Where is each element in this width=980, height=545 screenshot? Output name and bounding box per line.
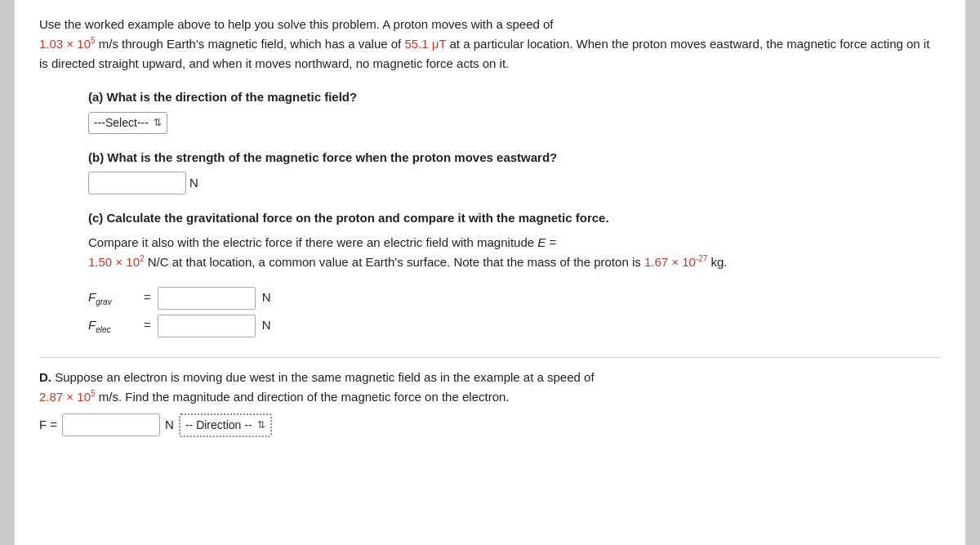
part-c-field-val: 1.50 × 102 (88, 255, 148, 269)
direction-select-d-arrows: ⇅ (257, 418, 265, 432)
section-d-unit: N (165, 416, 174, 435)
section-d: D. Suppose an electron is moving due wes… (39, 357, 941, 437)
field-value: 55.1 μT (404, 37, 446, 51)
section-d-f-label: F = (39, 416, 57, 435)
part-a: (a) What is the direction of the magneti… (88, 88, 941, 134)
select-a-arrows: ⇅ (154, 115, 162, 130)
felec-input[interactable] (158, 315, 256, 337)
select-a-text: ---Select--- (94, 114, 149, 132)
intro-paragraph: Use the worked example above to help you… (39, 15, 941, 74)
section-d-text: D. Suppose an electron is moving due wes… (39, 368, 941, 407)
part-c-label: (c) Calculate the gravitational force on… (88, 209, 941, 228)
part-b: (b) What is the strength of the magnetic… (88, 149, 941, 195)
part-c-mass-val: 1.67 × 10-27 (644, 255, 711, 269)
section-d-label: D. (39, 370, 51, 384)
fgrav-row: Fgrav = N (88, 287, 941, 310)
fgrav-equals: = (144, 288, 151, 307)
direction-select-d[interactable]: -- Direction -- ⇅ (179, 413, 272, 437)
section-d-input-row: F = N -- Direction -- ⇅ (39, 413, 941, 437)
speed-value: 1.03 × 105 (39, 37, 99, 51)
direction-select-a[interactable]: ---Select--- ⇅ (88, 112, 167, 134)
intro-line1: Use the worked example above to help you… (39, 17, 554, 31)
part-b-input[interactable] (88, 172, 186, 194)
fgrav-unit: N (262, 288, 271, 307)
section-d-magnitude-input[interactable] (62, 413, 160, 436)
direction-select-d-text: -- Direction -- (185, 417, 252, 434)
fgrav-input[interactable] (158, 287, 256, 310)
part-b-unit: N (189, 174, 198, 193)
felec-unit: N (262, 316, 271, 335)
part-b-input-row: N (88, 172, 941, 194)
speed-unit-text: m/s through Earth's magnetic field, whic… (99, 37, 405, 51)
fgrav-label: Fgrav (88, 288, 137, 308)
section-d-speed: 2.87 × 105 (39, 390, 99, 404)
felec-equals: = (144, 316, 151, 335)
felec-label: Felec (88, 316, 137, 336)
felec-row: Felec = N (88, 315, 941, 337)
part-a-label: (a) What is the direction of the magneti… (88, 88, 941, 107)
part-b-label: (b) What is the strength of the magnetic… (88, 149, 941, 168)
part-c-text2: Compare it also with the electric force … (88, 233, 941, 272)
part-c: (c) Calculate the gravitational force on… (88, 209, 941, 337)
